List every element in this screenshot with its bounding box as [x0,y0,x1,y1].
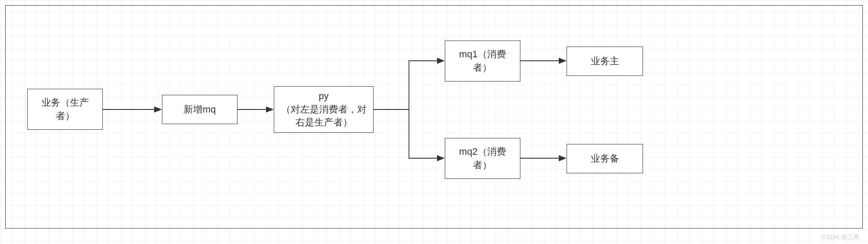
node-text: 业务（生产 者） [41,96,89,123]
node-text: 新增mq [184,103,216,116]
node-new-mq: 新增mq [162,95,238,124]
node-mq1: mq1（消费 者） [445,41,520,81]
node-biz-backup: 业务备 [567,144,643,173]
diagram-frame [5,5,863,228]
node-biz-main: 业务主 [567,47,643,76]
node-producer: 业务（生产 者） [27,89,103,130]
node-text: mq1（消费 者） [459,48,506,75]
watermark-text: CSDN @三希 [821,234,860,241]
node-text: 业务主 [591,55,619,68]
node-text: mq2（消费 者） [459,145,506,172]
node-text: 业务备 [591,152,619,166]
node-py: py （对左是消费者，对 右是生产者） [274,86,374,133]
node-text: py （对左是消费者，对 右是生产者） [281,90,367,129]
node-mq2: mq2（消费 者） [445,138,520,179]
